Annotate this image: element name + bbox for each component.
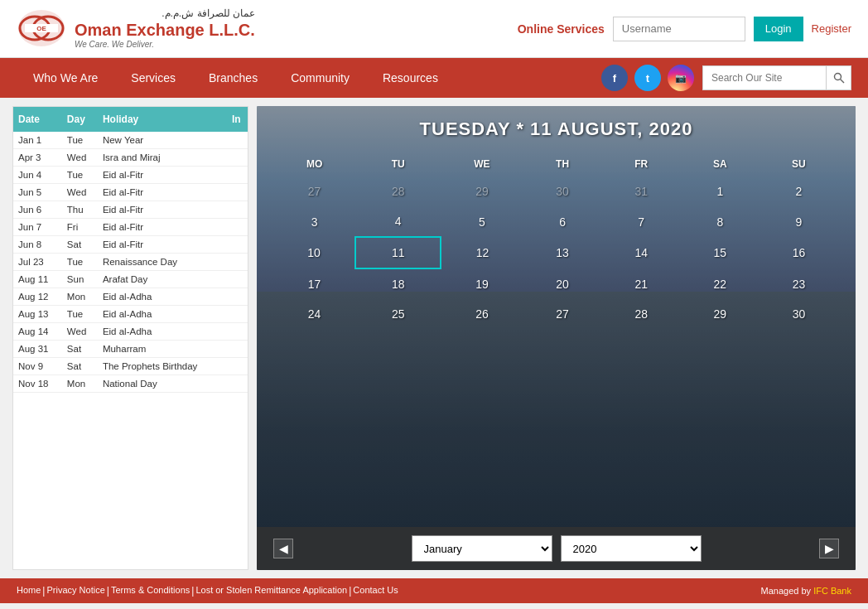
footer-link[interactable]: Contact Us (353, 585, 398, 597)
next-month-button[interactable]: ▶ (819, 539, 839, 558)
calendar-day[interactable]: 27 (273, 176, 355, 206)
holiday-in (224, 254, 248, 271)
calendar-footer: ◀ JanuaryFebruaryMarchAprilMayJuneJulyAu… (257, 527, 856, 570)
holiday-day: Mon (62, 375, 98, 393)
holiday-table-container: Date Day Holiday In Jan 1 Tue New Year A… (12, 106, 248, 570)
holiday-in (224, 149, 248, 167)
footer-bar: Home | Privacy Notice | Terms & Conditio… (0, 578, 868, 603)
holiday-name: Eid al-Fitr (98, 167, 225, 184)
calendar-day[interactable]: 10 (273, 237, 355, 268)
nav-item-community[interactable]: Community (274, 60, 366, 96)
calendar-day[interactable]: 19 (441, 268, 523, 299)
main-content: Date Day Holiday In Jan 1 Tue New Year A… (0, 98, 868, 578)
calendar-day-header: FR (602, 155, 681, 176)
calendar-day[interactable]: 26 (441, 299, 523, 329)
calendar-day[interactable]: 12 (441, 237, 523, 268)
year-select[interactable]: 20182019202020212022 (561, 535, 702, 562)
calendar-day[interactable]: 30 (760, 299, 838, 329)
calendar-day[interactable]: 16 (760, 237, 838, 268)
facebook-icon[interactable]: f (601, 65, 628, 91)
calendar-day[interactable]: 1 (681, 176, 760, 206)
calendar-day-header: SU (760, 155, 838, 176)
username-input[interactable] (613, 17, 745, 41)
calendar-day[interactable]: 31 (602, 176, 681, 206)
holiday-in (224, 358, 248, 375)
calendar-day[interactable]: 2 (760, 176, 838, 206)
twitter-icon[interactable]: t (634, 65, 661, 91)
holiday-date: Aug 13 (13, 306, 62, 323)
register-link[interactable]: Register (812, 22, 851, 35)
footer-separator: | (349, 585, 351, 597)
calendar-day[interactable]: 28 (602, 299, 681, 329)
calendar-day[interactable]: 4 (355, 206, 441, 237)
search-input[interactable] (702, 65, 827, 90)
holiday-name: Eid al-Fitr (98, 236, 225, 254)
holiday-name: Eid al-Fitr (98, 201, 225, 219)
holiday-day: Sat (62, 236, 98, 254)
holiday-day: Tue (62, 167, 98, 184)
calendar-day[interactable]: 9 (760, 206, 838, 237)
logo-text: عمان للصرافة ش.م.م. Oman Exchange L.L.C.… (75, 7, 255, 49)
holiday-name: Arafat Day (98, 271, 225, 288)
calendar-day-header: WE (441, 155, 523, 176)
holiday-row: Jun 5 Wed Eid al-Fitr (13, 184, 248, 201)
calendar-day[interactable]: 30 (523, 176, 602, 206)
holiday-date: Jun 8 (13, 236, 62, 254)
prev-month-button[interactable]: ◀ (273, 539, 293, 558)
search-button[interactable] (827, 65, 851, 90)
holiday-date: Jun 4 (13, 167, 62, 184)
calendar-day[interactable]: 29 (681, 299, 760, 329)
footer-link[interactable]: Terms & Conditions (111, 585, 190, 597)
nav-item-resources[interactable]: Resources (366, 60, 455, 96)
calendar-day[interactable]: 22 (681, 268, 760, 299)
holiday-day: Sat (62, 358, 98, 375)
calendar-day[interactable]: 7 (602, 206, 681, 237)
col-header-date: Date (13, 107, 62, 132)
calendar-day[interactable]: 17 (273, 268, 355, 299)
holiday-date: Nov 9 (13, 358, 62, 375)
calendar-day[interactable]: 25 (355, 299, 441, 329)
nav-item-who-we-are[interactable]: Who We Are (17, 60, 114, 96)
calendar-day[interactable]: 11 (355, 237, 441, 268)
calendar-content: TUESDAY * 11 AUGUST, 2020 MOTUWETHFRSASU… (257, 106, 856, 337)
calendar-day[interactable]: 3 (273, 206, 355, 237)
calendar-day[interactable]: 29 (441, 176, 523, 206)
calendar-day[interactable]: 24 (273, 299, 355, 329)
holiday-row: Aug 31 Sat Muharram (13, 341, 248, 358)
calendar-day[interactable]: 27 (523, 299, 602, 329)
nav-item-services[interactable]: Services (114, 60, 192, 96)
logo-english: Oman Exchange L.L.C. (75, 20, 255, 40)
calendar-day[interactable]: 13 (523, 237, 602, 268)
calendar-day[interactable]: 20 (523, 268, 602, 299)
footer-link[interactable]: Privacy Notice (46, 585, 104, 597)
online-services-label: Online Services (518, 22, 605, 36)
col-header-holiday: Holiday (98, 107, 225, 132)
login-button[interactable]: Login (754, 17, 803, 41)
nav-socials: f t 📷 (601, 65, 694, 91)
calendar-day[interactable]: 28 (355, 176, 441, 206)
footer-link[interactable]: Home (17, 585, 41, 597)
holiday-in (224, 288, 248, 306)
calendar-day[interactable]: 6 (523, 206, 602, 237)
holiday-name: Eid al-Adha (98, 288, 225, 306)
footer-selects: JanuaryFebruaryMarchAprilMayJuneJulyAugu… (412, 535, 702, 562)
footer-separator: | (191, 585, 194, 597)
holiday-name: Muharram (98, 341, 225, 358)
calendar-day[interactable]: 23 (760, 268, 838, 299)
holiday-row: Jul 23 Tue Renaissance Day (13, 254, 248, 271)
calendar-day[interactable]: 15 (681, 237, 760, 268)
calendar-day[interactable]: 18 (355, 268, 441, 299)
nav-item-branches[interactable]: Branches (192, 60, 274, 96)
instagram-icon[interactable]: 📷 (668, 65, 694, 91)
calendar-day[interactable]: 8 (681, 206, 760, 237)
holiday-day: Tue (62, 306, 98, 323)
month-select[interactable]: JanuaryFebruaryMarchAprilMayJuneJulyAugu… (412, 535, 552, 562)
calendar-day-header: TU (355, 155, 441, 176)
calendar-day[interactable]: 5 (441, 206, 523, 237)
svg-line-6 (840, 80, 844, 84)
col-header-in: In (224, 107, 248, 132)
calendar-day[interactable]: 21 (602, 268, 681, 299)
calendar-day[interactable]: 14 (602, 237, 681, 268)
holiday-row: Aug 12 Mon Eid al-Adha (13, 288, 248, 306)
footer-link[interactable]: Lost or Stolen Remittance Application (195, 585, 347, 597)
